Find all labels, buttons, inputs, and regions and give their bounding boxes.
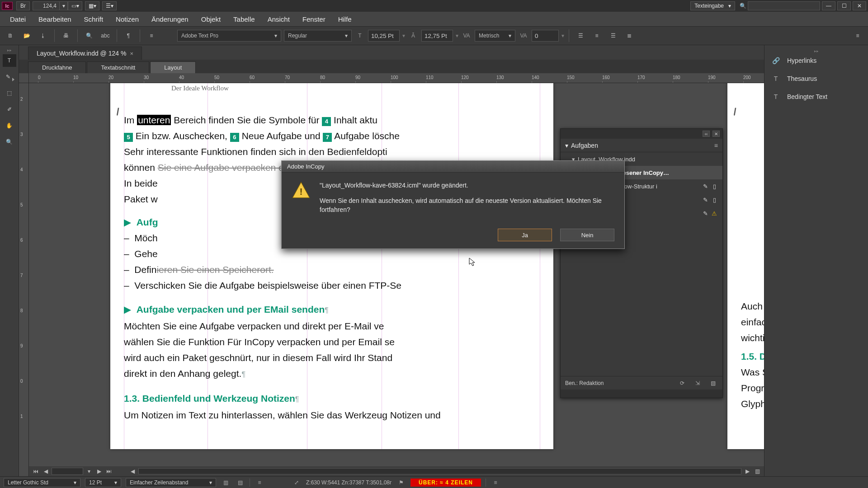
close-tab-icon[interactable]: × [130,50,133,57]
status-font-dropdown[interactable]: Letter Gothic Std▾ [4,478,80,487]
pencil-icon: ✎ [701,197,710,203]
view-galley-tab[interactable]: Druckfahne [28,61,86,73]
more-icon[interactable]: ≡ [255,479,264,486]
update-icon[interactable]: ⟳ [677,380,687,386]
body-text: Auch ein V [741,299,764,313]
new-doc-icon[interactable]: 🗎 [4,29,17,42]
align-icon[interactable]: ▤ [235,479,245,486]
menu-bar: Datei Bearbeiten Schrift Notizen Änderun… [0,12,868,26]
bridge-button[interactable]: Br [16,1,30,10]
thesaurus-icon: T [771,75,781,82]
menu-bearbeiten[interactable]: Bearbeiten [32,15,78,23]
leading-icon: Ā [408,30,419,41]
menu-fenster[interactable]: Fenster [296,15,332,23]
align-right-icon[interactable]: ☰ [606,29,620,42]
view-story-tab[interactable]: Textabschnitt [87,61,149,73]
screen-mode-button[interactable]: ▭▾ [68,1,82,10]
panel-thesaurus[interactable]: T Thesaurus [764,70,868,88]
selected-text: unteren [137,115,171,125]
panel-title: Aufgaben [571,142,598,149]
kerning-dropdown[interactable]: Metrisch▾ [475,30,515,42]
body-text: wählen Sie die Funktion Für InCopy verpa… [124,335,549,349]
menu-datei[interactable]: Datei [4,15,32,23]
view-options-button[interactable]: ☰▾ [102,1,117,10]
menu-schrift[interactable]: Schrift [78,15,110,23]
overset-icon: ⚑ [396,479,406,486]
first-page-button[interactable]: ⏮ [32,468,40,474]
dialog-yes-button[interactable]: Ja [498,229,552,241]
last-page-button[interactable]: ⏭ [105,468,113,474]
menu-notizen[interactable]: Notizen [109,15,145,23]
hidden-chars-icon[interactable]: ¶ [122,29,135,42]
print-icon[interactable]: 🖶 [59,29,73,42]
menu-objekt[interactable]: Objekt [195,15,227,23]
align-justify-icon[interactable]: ≣ [623,29,636,42]
menu-aenderungen[interactable]: Änderungen [145,15,195,23]
status-spacing-dropdown[interactable]: Einfacher Zeilenabstand▾ [126,478,216,487]
columns-icon[interactable]: ▥ [221,479,231,486]
panel-hyperlinks[interactable]: 🔗 Hyperlinks [764,52,868,70]
status-menu-icon[interactable]: ≡ [491,479,500,486]
new-assignment-icon[interactable]: ▧ [708,380,718,386]
tracking-input[interactable] [532,30,559,42]
document-tab[interactable]: Layout_Workflow.indd @ 124 % × [28,47,142,60]
checkout-icon[interactable]: ⇲ [693,380,703,386]
save-doc-icon[interactable]: ⭳ [36,29,50,42]
panel-resize-grip[interactable] [561,389,722,398]
font-family-dropdown[interactable]: Adobe Text Pro▾ [177,30,281,42]
view-layout-tab[interactable]: Layout [150,61,196,73]
window-close-button[interactable]: ✕ [853,1,866,10]
dialog-no-button[interactable]: Nein [560,229,614,241]
window-minimize-button[interactable]: — [822,1,835,10]
chevron-down-icon[interactable]: ▾ [565,142,568,149]
split-view-icon[interactable]: ▥ [753,468,761,474]
panel-menu-icon[interactable]: ≡ [714,142,718,149]
scroll-left-button[interactable]: ◀ [128,468,137,474]
status-bar: Letter Gothic Std▾ 12 Pt▾ Einfacher Zeil… [0,476,868,488]
panel-close-icon[interactable]: ✕ [712,131,720,137]
dialog-message-2: Wenn Sie den Inhalt auschecken, wird aut… [320,196,614,214]
workspace-switcher[interactable]: Texteingabe▾ [690,1,735,10]
page-number-input[interactable] [52,468,83,475]
next-page-button[interactable]: ▶ [95,468,103,474]
open-doc-icon[interactable]: 📂 [20,29,33,42]
spellcheck-icon[interactable]: abc [99,29,112,42]
type-tool[interactable]: T [3,54,16,67]
kerning-icon: VA [461,30,472,41]
horizontal-ruler: 0102030405060708090100110120130140150160… [19,73,764,83]
leading-input[interactable] [421,30,453,42]
confirm-dialog: Adobe InCopy ! "Layout_Workflow-kave-638… [281,160,625,249]
body-text: Programm [741,381,764,395]
font-size-input[interactable] [368,30,400,42]
panel-collapse-icon[interactable]: ‹‹ [703,131,710,137]
body-text: Was Sie v [741,365,764,379]
eyedropper-tool[interactable]: ✐ [3,103,16,116]
scroll-right-button[interactable]: ▶ [743,468,751,474]
arrange-documents-button[interactable]: ▦▾ [85,1,99,10]
menu-hilfe[interactable]: Hilfe [332,15,358,23]
more-icon[interactable]: ≡ [145,29,158,42]
menu-ansicht[interactable]: Ansicht [261,15,296,23]
zoom-tool[interactable]: 🔍 [3,136,16,148]
note-tool[interactable]: ✎ [3,70,16,83]
status-size-dropdown[interactable]: 12 Pt▾ [85,478,121,487]
position-tool[interactable]: ⬚ [3,87,16,99]
prev-page-button[interactable]: ◀ [42,468,50,474]
font-style-dropdown[interactable]: Regular▾ [284,30,352,42]
panel-conditional-text[interactable]: T Bedingter Text [764,88,868,106]
zoom-level-dropdown[interactable]: 124,4 ▾ [33,1,68,10]
search-input[interactable] [748,1,820,10]
page-header: Der Ideale Workflow [171,83,229,95]
view-mode-tabs: Druckfahne Textabschnitt Layout [19,60,764,73]
align-center-icon[interactable]: ≡ [590,29,604,42]
user-label: Ben.: Redaktion [565,380,672,386]
menu-tabelle[interactable]: Tabelle [227,15,261,23]
find-icon[interactable]: 🔍 [82,29,96,42]
panel-menu-icon[interactable]: ≡ [851,29,864,42]
align-left-icon[interactable]: ☰ [574,29,587,42]
horizontal-scrollbar[interactable] [138,468,741,474]
list-item: – Definieren Sie einen Speicherort. [124,263,549,277]
hand-tool[interactable]: ✋ [3,119,16,132]
window-maximize-button[interactable]: ☐ [837,1,851,10]
page-canvas[interactable]: Der Ideale Workflow Im unteren Bereich f… [29,83,764,476]
